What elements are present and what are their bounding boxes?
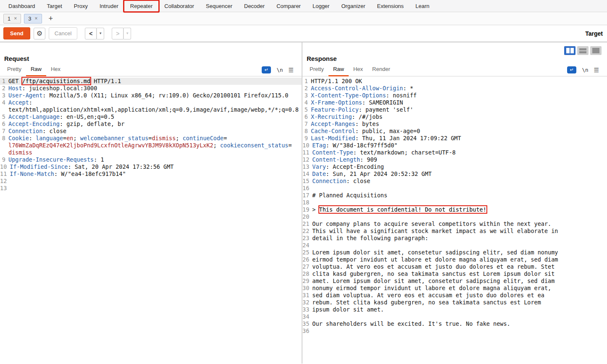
target-panel-label[interactable]: Target xyxy=(585,30,604,37)
history-forward-dropdown[interactable]: ▼ xyxy=(124,28,131,39)
history-back-dropdown[interactable]: ▼ xyxy=(97,28,104,39)
settings-gear-button[interactable]: ⚙ xyxy=(34,28,45,39)
code-line[interactable]: 24 xyxy=(302,242,607,249)
code-line[interactable]: dismiss xyxy=(0,149,302,156)
code-line[interactable]: 28clita kasd gubergren, no sea takimata … xyxy=(302,270,607,278)
close-tab-icon[interactable]: × xyxy=(14,16,17,21)
menu-item-organizer[interactable]: Organizer xyxy=(335,1,371,11)
request-editor[interactable]: 1GET /ftp/acquisitions.md HTTP/1.12Host:… xyxy=(0,76,302,364)
code-line[interactable]: 29amet. Lorem ipsum dolor sit amet, cons… xyxy=(302,278,607,285)
code-segment: : W/"38d-18cf97ff5d0" xyxy=(326,142,398,149)
code-line[interactable]: 6Accept-Encoding: gzip, deflate, br xyxy=(0,120,302,128)
code-line[interactable]: 6X-Recruiting: /#/jobs xyxy=(302,113,607,120)
code-line[interactable]: 9Last-Modified: Thu, 11 Jan 2024 17:09:2… xyxy=(302,135,607,142)
code-line[interactable]: 9Upgrade-Insecure-Requests: 1 xyxy=(0,156,302,163)
menu-item-learn[interactable]: Learn xyxy=(410,1,435,11)
code-line[interactable]: 8Cookie: language=en; welcomebanner_stat… xyxy=(0,135,302,142)
code-line[interactable]: 18 xyxy=(302,199,607,206)
code-line[interactable]: 23detail in the following paragraph: xyxy=(302,235,607,242)
code-line[interactable]: 2Host: juiceshop.local:3000 xyxy=(0,85,302,92)
code-line[interactable]: 4Accept: xyxy=(0,99,302,106)
code-segment: l76WmZaDqREzQ47eK2ljboPnd9LcxfnOtleAgrwv… xyxy=(8,142,213,149)
code-line[interactable]: 32rebum. Stet clita kasd gubergren, no s… xyxy=(302,299,607,306)
single-layout-button[interactable] xyxy=(590,46,602,55)
response-tab-hex[interactable]: Hex xyxy=(349,63,368,76)
code-line[interactable]: 11If-None-Match: W/"ea4-18efc917b14" xyxy=(0,170,302,178)
soft-wrap-icon[interactable]: ↵ xyxy=(262,66,271,73)
response-tab-raw[interactable]: Raw xyxy=(328,63,349,76)
code-line[interactable]: 2Access-Control-Allow-Origin: * xyxy=(302,85,607,92)
code-line[interactable]: 4X-Frame-Options: SAMEORIGIN xyxy=(302,99,607,106)
menu-item-proxy[interactable]: Proxy xyxy=(68,1,94,11)
code-line[interactable]: 15Connection: close xyxy=(302,178,607,185)
code-line[interactable]: 17# Planned Acquisitions xyxy=(302,192,607,199)
code-line[interactable]: 25Lorem ipsum dolor sit amet, consetetur… xyxy=(302,249,607,256)
code-line[interactable]: 7Connection: close xyxy=(0,128,302,135)
menu-item-target[interactable]: Target xyxy=(41,1,68,11)
code-line[interactable]: 3User-Agent: Mozilla/5.0 (X11; Linux x86… xyxy=(0,92,302,99)
code-line[interactable]: 10ETag: W/"38d-18cf97ff5d0" xyxy=(302,142,607,149)
code-line[interactable]: 13 xyxy=(0,185,302,192)
rows-layout-button[interactable] xyxy=(577,46,589,55)
code-line[interactable]: 7Accept-Ranges: bytes xyxy=(302,120,607,128)
request-tab-pretty[interactable]: Pretty xyxy=(3,63,26,76)
new-tab-button[interactable]: + xyxy=(45,14,57,23)
code-line[interactable]: text/html,application/xhtml+xml,applicat… xyxy=(0,106,302,113)
code-line[interactable]: 5Feature-Policy: payment 'self' xyxy=(302,106,607,113)
code-line[interactable]: 31sed diam voluptua. At vero eos et accu… xyxy=(302,292,607,299)
code-line[interactable]: 10If-Modified-Since: Sat, 20 Apr 2024 17… xyxy=(0,163,302,170)
code-line[interactable]: 5Accept-Language: en-US,en;q=0.5 xyxy=(0,113,302,120)
code-line[interactable]: 12 xyxy=(0,178,302,185)
newline-toggle-icon[interactable]: \n xyxy=(582,67,588,73)
menu-item-collaborator[interactable]: Collaborator xyxy=(158,1,200,11)
code-line[interactable]: 26eirmod tempor invidunt ut labore et do… xyxy=(302,256,607,263)
code-line[interactable]: 3X-Content-Type-Options: nosniff xyxy=(302,92,607,99)
code-line[interactable]: 30nonumy eirmod tempor invidunt ut labor… xyxy=(302,285,607,292)
menu-item-dashboard[interactable]: Dashboard xyxy=(3,1,41,11)
history-back-button[interactable]: < xyxy=(85,28,97,39)
code-line[interactable]: 34 xyxy=(302,313,607,320)
code-line[interactable]: 13Vary: Accept-Encoding xyxy=(302,163,607,170)
code-line[interactable]: 8Cache-Control: public, max-age=0 xyxy=(302,128,607,135)
send-button[interactable]: Send xyxy=(3,27,30,39)
code-line[interactable]: 21Our company plans to acquire several c… xyxy=(302,220,607,228)
menu-item-decoder[interactable]: Decoder xyxy=(238,1,271,11)
menu-item-logger[interactable]: Logger xyxy=(307,1,335,11)
code-line[interactable]: 35Our shareholders will be excited. It's… xyxy=(302,320,607,327)
menu-item-extensions[interactable]: Extensions xyxy=(371,1,410,11)
code-line[interactable]: l76WmZaDqREzQ47eK2ljboPnd9LcxfnOtleAgrwv… xyxy=(0,142,302,149)
code-line[interactable]: 20 xyxy=(302,213,607,220)
code-line[interactable]: 27voluptua. At vero eos et accusam et ju… xyxy=(302,263,607,270)
code-line[interactable]: 19> This document is confidential! Do no… xyxy=(302,206,607,213)
cancel-button[interactable]: Cancel xyxy=(49,27,77,39)
menu-item-intruder[interactable]: Intruder xyxy=(94,1,124,11)
request-tab-raw[interactable]: Raw xyxy=(26,63,46,76)
code-line[interactable]: 1HTTP/1.1 200 OK xyxy=(302,78,607,85)
response-editor[interactable]: 1HTTP/1.1 200 OK2Access-Control-Allow-Or… xyxy=(302,76,607,364)
code-line[interactable]: 22This will have a significant stock mar… xyxy=(302,228,607,235)
line-content: detail in the following paragraph: xyxy=(312,235,428,242)
code-line[interactable]: 12Content-Length: 909 xyxy=(302,156,607,163)
response-tab-pretty[interactable]: Pretty xyxy=(305,63,328,76)
code-line[interactable]: 1GET /ftp/acquisitions.md HTTP/1.1 xyxy=(0,78,302,85)
close-tab-icon[interactable]: × xyxy=(34,16,37,21)
editor-menu-icon[interactable]: ☰ xyxy=(288,67,294,73)
soft-wrap-icon[interactable]: ↵ xyxy=(567,66,576,73)
response-tab-render[interactable]: Render xyxy=(368,63,395,76)
repeater-tab-1[interactable]: 1× xyxy=(3,14,21,24)
request-tab-hex[interactable]: Hex xyxy=(46,63,65,76)
columns-layout-button[interactable] xyxy=(564,46,575,55)
menu-item-sequencer[interactable]: Sequencer xyxy=(200,1,238,11)
repeater-tab-3[interactable]: 3× xyxy=(24,14,42,24)
menu-item-repeater[interactable]: Repeater xyxy=(124,1,158,11)
history-forward-button[interactable]: > xyxy=(112,28,124,39)
editor-menu-icon[interactable]: ☰ xyxy=(594,67,599,73)
code-line[interactable]: 11Content-Type: text/markdown; charset=U… xyxy=(302,149,607,156)
code-line[interactable]: 16 xyxy=(302,185,607,192)
code-line[interactable]: 33ipsum dolor sit amet. xyxy=(302,306,607,313)
newline-toggle-icon[interactable]: \n xyxy=(276,67,283,73)
menu-item-comparer[interactable]: Comparer xyxy=(271,1,307,11)
code-line[interactable]: 14Date: Sun, 21 Apr 2024 20:52:32 GMT xyxy=(302,170,607,178)
code-line[interactable]: 36 xyxy=(302,327,607,335)
code-segment: = xyxy=(63,135,66,141)
